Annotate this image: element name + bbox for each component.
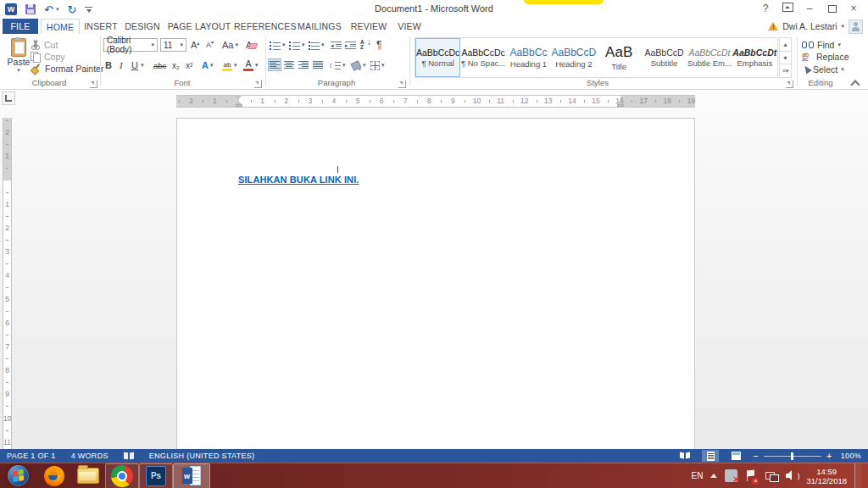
font-color-button[interactable]: A ▾ — [243, 58, 259, 72]
replace-button[interactable]: abac Replace — [802, 52, 849, 62]
grow-font-button[interactable]: A — [191, 38, 199, 52]
word-count[interactable]: 4 WORDS — [71, 452, 108, 460]
restore-button[interactable] — [821, 3, 843, 14]
align-right-button[interactable] — [297, 58, 310, 71]
read-mode-button[interactable] — [676, 450, 693, 462]
zoom-level[interactable]: 100% — [841, 452, 861, 460]
find-button[interactable]: Find ▾ — [802, 40, 841, 50]
format-painter-button[interactable]: Format Painter — [31, 64, 103, 74]
language-indicator[interactable]: ENGLISH (UNITED STATES) — [149, 452, 255, 460]
account-area[interactable]: Dwi A. Lestari ▾ — [768, 19, 863, 34]
style-normal[interactable]: AaBbCcDc ¶ Normal — [415, 38, 460, 77]
tab-home[interactable]: HOME — [41, 19, 80, 34]
shrink-font-button[interactable]: A — [206, 38, 214, 52]
style-subtle-emphasis[interactable]: AaBbCcDt Subtle Em... — [687, 38, 732, 77]
bold-button[interactable]: B — [105, 58, 112, 72]
align-left-button[interactable] — [268, 58, 281, 71]
font-size-combo[interactable]: 11 ▾ — [160, 38, 186, 52]
undo-dropdown-icon[interactable]: ▾ — [56, 6, 59, 13]
network-icon[interactable] — [765, 469, 778, 482]
borders-button[interactable]: ▾ — [370, 58, 385, 72]
highlight-button[interactable]: ab ▾ — [222, 58, 237, 72]
action-center-icon[interactable] — [745, 469, 758, 482]
first-line-indent-marker[interactable] — [235, 96, 242, 100]
bullets-dropdown-icon[interactable]: ▾ — [282, 42, 286, 48]
hyperlink-text[interactable]: SILAHKAN BUKA LINK INI. — [238, 175, 359, 185]
document-page[interactable]: SILAHKAN BUKA LINK INI. — [176, 118, 695, 449]
style-heading1[interactable]: AaBbCc Heading 1 — [506, 38, 551, 77]
taskbar-photoshop[interactable]: Ps — [139, 463, 173, 488]
tab-file[interactable]: FILE — [3, 19, 38, 34]
highlight-dropdown-icon[interactable]: ▾ — [234, 62, 237, 69]
horizontal-ruler[interactable]: 2112345678910111213141516171819 — [176, 95, 695, 108]
text-effects-button[interactable]: A▾ — [202, 58, 213, 72]
update-error-icon[interactable] — [725, 469, 737, 482]
zoom-in-button[interactable]: + — [826, 452, 832, 460]
line-spacing-button[interactable]: ↕▾ — [329, 58, 346, 72]
paste-button[interactable]: Paste ▾ — [5, 38, 32, 79]
font-name-dropdown-icon[interactable]: ▾ — [151, 42, 154, 48]
taskbar-firefox[interactable] — [37, 463, 71, 488]
justify-button[interactable] — [311, 58, 325, 71]
minimize-button[interactable]: – — [798, 3, 821, 14]
zoom-slider[interactable] — [764, 456, 821, 457]
font-color-dropdown-icon[interactable]: ▾ — [255, 62, 259, 69]
print-layout-button[interactable] — [702, 450, 719, 462]
decrease-indent-button[interactable]: ◂ — [331, 38, 342, 52]
change-case-button[interactable]: Aa▾ — [222, 38, 238, 52]
ribbon-display-options-button[interactable] — [776, 3, 798, 14]
change-case-dropdown-icon[interactable]: ▾ — [235, 42, 238, 48]
style-emphasis[interactable]: AaBbCcDt Emphasis — [732, 38, 777, 77]
style-subtitle[interactable]: AaBbCcD Subtitle — [642, 38, 687, 77]
underline-button[interactable]: U — [131, 58, 138, 72]
clear-formatting-button[interactable]: A — [246, 38, 252, 52]
left-indent-marker[interactable] — [236, 104, 242, 107]
help-button[interactable]: ? — [754, 3, 776, 14]
taskbar-word[interactable]: w — [173, 463, 210, 488]
multilevel-list-button[interactable]: ▾ — [309, 38, 325, 52]
tab-design[interactable]: DESIGN — [121, 19, 164, 34]
zoom-slider-thumb[interactable] — [791, 452, 793, 460]
volume-icon[interactable] — [786, 469, 798, 482]
tab-view[interactable]: VIEW — [393, 19, 426, 34]
line-spacing-dropdown-icon[interactable]: ▾ — [342, 62, 346, 69]
zoom-out-button[interactable]: − — [753, 452, 759, 460]
customize-qat-icon[interactable] — [85, 7, 92, 14]
shading-button[interactable]: ▾ — [351, 58, 366, 72]
font-size-dropdown-icon[interactable]: ▾ — [180, 42, 183, 48]
show-marks-button[interactable]: ¶ — [376, 38, 381, 52]
copy-button[interactable]: Copy — [31, 52, 65, 62]
numbering-button[interactable]: ▾ — [289, 38, 305, 52]
superscript-button[interactable]: x² — [186, 58, 192, 72]
style-no-spacing[interactable]: AaBbCcDc ¶ No Spac... — [460, 38, 505, 77]
borders-dropdown-icon[interactable]: ▾ — [381, 62, 385, 69]
numbering-dropdown-icon[interactable]: ▾ — [302, 42, 305, 48]
web-layout-button[interactable] — [727, 450, 744, 462]
proofing-icon[interactable] — [124, 452, 134, 460]
clipboard-dialog-launcher[interactable] — [90, 80, 97, 88]
paste-dropdown-icon[interactable]: ▾ — [17, 67, 20, 74]
font-dialog-launcher[interactable] — [254, 80, 262, 88]
redo-icon[interactable]: ↻ — [67, 4, 76, 15]
styles-more-icon[interactable]: ≡▾ — [779, 64, 792, 78]
clock[interactable]: 14:59 31/12/2018 — [806, 467, 847, 485]
vertical-ruler[interactable]: 211234567891011 — [3, 118, 12, 449]
text-effects-dropdown-icon[interactable]: ▾ — [210, 62, 214, 69]
start-button[interactable] — [8, 465, 29, 486]
tab-mailings[interactable]: MAILINGS — [295, 19, 344, 34]
avatar[interactable] — [849, 19, 863, 34]
taskbar-chrome[interactable] — [105, 463, 139, 488]
taskbar-explorer[interactable] — [71, 463, 105, 488]
styles-scroll-down-icon[interactable]: ▼ — [779, 52, 792, 65]
sort-button[interactable]: AZ↓ — [360, 38, 371, 52]
underline-dropdown[interactable]: ▾ — [141, 58, 144, 72]
tab-insert[interactable]: INSERT — [82, 19, 120, 34]
tab-page-layout[interactable]: PAGE LAYOUT — [166, 19, 232, 34]
show-hidden-icons[interactable] — [710, 474, 717, 478]
shading-dropdown-icon[interactable]: ▾ — [363, 62, 366, 69]
find-dropdown-icon[interactable]: ▾ — [837, 42, 841, 48]
select-dropdown-icon[interactable]: ▾ — [841, 66, 844, 73]
strikethrough-button[interactable]: abc — [153, 58, 166, 72]
align-center-button[interactable] — [282, 58, 296, 71]
styles-scroll-up-icon[interactable]: ▲ — [779, 37, 792, 52]
